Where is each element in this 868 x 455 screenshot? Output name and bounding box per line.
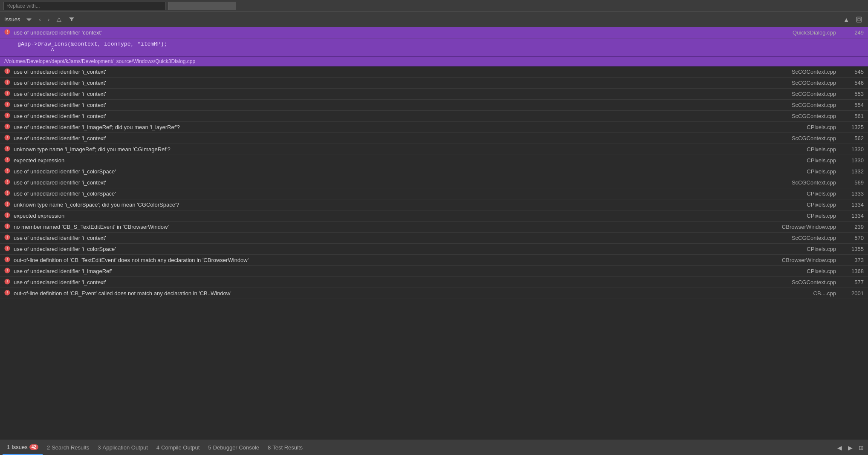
issue-text: unknown type name 'i_imageRef'; did you … <box>14 146 802 153</box>
issue-file: CPixels.cpp <box>807 213 836 219</box>
issue-text: unknown type name 'i_colorSpace'; did yo… <box>14 202 802 208</box>
issue-row[interactable]: !unknown type name 'i_imageRef'; did you… <box>0 144 868 155</box>
issue-row[interactable]: !no member named 'CB_S_TextEditEvent' in… <box>0 222 868 233</box>
svg-text:!: ! <box>6 158 8 162</box>
tab-issues[interactable]: 1 Issues42 <box>3 440 43 455</box>
issue-row[interactable]: !use of undeclared identifier 'i_context… <box>0 66 868 78</box>
error-icon: ! <box>4 146 10 153</box>
issue-file: CPixels.cpp <box>807 157 836 164</box>
tab-test-results[interactable]: 8 Test Results <box>263 440 307 455</box>
replace-input[interactable] <box>3 2 165 10</box>
issue-text: expected expression <box>14 157 802 164</box>
issue-text: use of undeclared identifier 'i_context' <box>14 80 787 86</box>
error-icon: ! <box>4 212 10 219</box>
svg-text:!: ! <box>6 246 8 251</box>
issue-text: use of undeclared identifier 'context' <box>14 29 788 36</box>
svg-text:!: ! <box>6 113 8 118</box>
scroll-tabs-right[interactable]: ▶ <box>846 443 854 452</box>
scroll-tabs-left[interactable]: ◀ <box>836 443 844 452</box>
error-icon: ! <box>4 179 10 186</box>
issue-text: use of undeclared identifier 'i_context' <box>14 113 787 119</box>
maximize-panel-button[interactable] <box>854 16 864 23</box>
next-issue-button[interactable]: › <box>46 15 51 23</box>
svg-rect-2 <box>28 20 30 21</box>
tab-debugger-console[interactable]: 5 Debugger Console <box>204 440 263 455</box>
issue-row[interactable]: !expected expressionCPixels.cpp1330 <box>0 155 868 166</box>
svg-text:!: ! <box>6 268 8 273</box>
issue-text: use of undeclared identifier 'i_context' <box>14 102 787 108</box>
sort-icon <box>26 16 32 23</box>
issue-row[interactable]: !use of undeclared identifier 'i_context… <box>0 177 868 188</box>
issue-text: out-of-line definition of 'CB_Event' cal… <box>14 290 809 297</box>
svg-text:!: ! <box>6 30 8 35</box>
code-preview: gApp->Draw_icns(&context, iconType, *ite… <box>0 38 868 57</box>
svg-rect-0 <box>26 18 32 19</box>
issue-file: ScCGContext.cpp <box>792 102 836 108</box>
issue-row[interactable]: !use of undeclared identifier 'i_context… <box>0 133 868 144</box>
replace-bar <box>0 0 868 12</box>
issue-row[interactable]: !use of undeclared identifier 'context'Q… <box>0 27 868 38</box>
issue-file: ScCGContext.cpp <box>792 80 836 86</box>
svg-text:!: ! <box>6 102 8 107</box>
issue-line: 1368 <box>845 268 864 274</box>
error-icon: ! <box>4 168 10 175</box>
issue-file: CPixels.cpp <box>807 168 836 175</box>
maximize-icon <box>856 17 862 23</box>
issue-line: 553 <box>845 91 864 97</box>
issue-file: CBrowserWindow.cpp <box>782 224 836 230</box>
issue-row[interactable]: !use of undeclared identifier 'i_context… <box>0 100 868 111</box>
collapse-panel-button[interactable]: ▲ <box>842 15 851 24</box>
issue-line: 239 <box>845 224 864 230</box>
issue-row[interactable]: !expected expressionCPixels.cpp1334 <box>0 210 868 222</box>
issue-file: CBrowserWindow.cpp <box>782 257 836 263</box>
prev-issue-button[interactable]: ‹ <box>38 15 43 23</box>
issue-row[interactable]: !use of undeclared identifier 'i_context… <box>0 78 868 89</box>
svg-text:!: ! <box>6 213 8 218</box>
warning-filter-button[interactable]: ⚠ <box>55 15 64 24</box>
issue-line: 554 <box>845 102 864 108</box>
issue-text: use of undeclared identifier 'i_context' <box>14 91 787 97</box>
issue-row[interactable]: !use of undeclared identifier 'i_colorSp… <box>0 244 868 255</box>
tab-number: 2 <box>47 444 50 451</box>
error-icon: ! <box>4 268 10 275</box>
code-caret: ^ <box>4 47 859 54</box>
issue-row[interactable]: !use of undeclared identifier 'i_context… <box>0 233 868 244</box>
tab-search-results[interactable]: 2 Search Results <box>43 440 93 455</box>
svg-text:!: ! <box>6 169 8 173</box>
issue-row[interactable]: !use of undeclared identifier 'i_colorSp… <box>0 188 868 199</box>
svg-text:!: ! <box>6 202 8 207</box>
error-icon: ! <box>4 223 10 230</box>
issue-row[interactable]: !out-of-line definition of 'CB_Event' ca… <box>0 288 868 299</box>
more-tabs-button[interactable]: ⊞ <box>857 443 865 452</box>
issue-row[interactable]: !use of undeclared identifier 'i_context… <box>0 89 868 100</box>
sort-button[interactable] <box>24 15 34 24</box>
replace-button[interactable] <box>168 2 236 10</box>
error-icon: ! <box>4 245 10 253</box>
issue-file: ScCGContext.cpp <box>792 69 836 75</box>
issue-row[interactable]: !use of undeclared identifier 'i_context… <box>0 277 868 288</box>
issue-row[interactable]: !use of undeclared identifier 'i_imageRe… <box>0 122 868 133</box>
issue-file: CPixels.cpp <box>807 268 836 274</box>
code-line: gApp->Draw_icns(&context, iconType, *ite… <box>4 41 859 47</box>
issue-row[interactable]: !use of undeclared identifier 'i_imageRe… <box>0 266 868 277</box>
tab-compile-output[interactable]: 4 Compile Output <box>152 440 204 455</box>
issue-row[interactable]: !use of undeclared identifier 'i_colorSp… <box>0 166 868 177</box>
error-icon: ! <box>4 135 10 142</box>
issue-row[interactable]: !out-of-line definition of 'CB_TextEditE… <box>0 255 868 266</box>
issue-file: ScCGContext.cpp <box>792 235 836 241</box>
tab-label: Debugger Console <box>213 444 259 451</box>
issue-row[interactable]: !use of undeclared identifier 'i_context… <box>0 111 868 122</box>
issues-section: !use of undeclared identifier 'context'Q… <box>0 27 868 440</box>
tab-label: Issues <box>12 444 28 450</box>
issue-text: use of undeclared identifier 'i_colorSpa… <box>14 246 802 252</box>
filter-button[interactable] <box>67 16 76 23</box>
tab-application-output[interactable]: 3 Application Output <box>93 440 152 455</box>
issue-line: 1355 <box>845 246 864 252</box>
issue-row[interactable]: !unknown type name 'i_colorSpace'; did y… <box>0 199 868 210</box>
issue-file: ScCGContext.cpp <box>792 135 836 141</box>
tab-controls: ◀ ▶ ⊞ <box>836 443 865 452</box>
issue-file: CPixels.cpp <box>807 202 836 208</box>
svg-text:!: ! <box>6 279 8 284</box>
issue-text: use of undeclared identifier 'i_context' <box>14 179 787 186</box>
tab-number: 1 <box>7 444 10 450</box>
